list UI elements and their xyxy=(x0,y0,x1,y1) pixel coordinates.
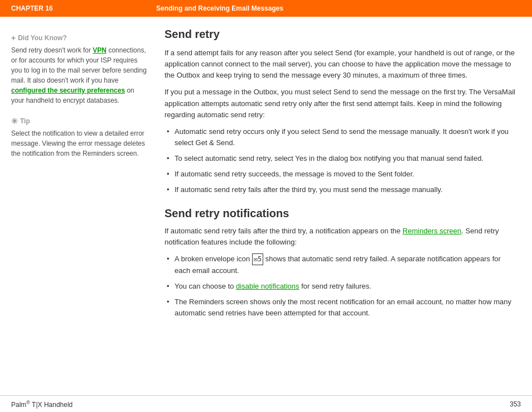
page-footer: Palm® T|X Handheld 353 xyxy=(0,395,532,412)
did-you-know-text: Send retry doesn't work for VPN connecti… xyxy=(11,45,148,106)
bullet-item: If automatic send retry succeeds, the me… xyxy=(165,169,515,180)
vpn-link[interactable]: VPN xyxy=(93,46,107,54)
send-retry-notif-p1: If automatic send retry fails after the … xyxy=(165,226,515,248)
tip-text: Select the notification to view a detail… xyxy=(11,128,148,159)
disable-notifications-link[interactable]: disable notifications xyxy=(236,282,299,290)
tip-heading: ✳ Tip xyxy=(11,117,148,126)
did-you-know-icon: + xyxy=(11,33,16,42)
did-you-know-section: + Did You Know? Send retry doesn't work … xyxy=(11,33,148,106)
main-content: + Did You Know? Send retry doesn't work … xyxy=(0,17,532,395)
configured-link[interactable]: configured the security preferences xyxy=(11,87,125,94)
footer-page-number: 353 xyxy=(510,400,521,408)
bullet-item: To select automatic send retry, select Y… xyxy=(165,153,515,164)
chapter-label: CHAPTER 16 xyxy=(11,4,156,12)
page-header: CHAPTER 16 Sending and Receiving Email M… xyxy=(0,0,532,17)
send-retry-title: Send retry xyxy=(165,28,515,41)
send-retry-p1: If a send attempt fails for any reason a… xyxy=(165,47,515,81)
footer-brand: Palm® T|X Handheld xyxy=(11,400,72,409)
did-you-know-heading: + Did You Know? xyxy=(11,33,148,42)
bullet-item: Automatic send retry occurs only if you … xyxy=(165,126,515,148)
send-retry-p2: If you put a message in the Outbox, you … xyxy=(165,87,515,120)
tip-icon: ✳ xyxy=(11,117,18,126)
content-area: Send retry If a send attempt fails for a… xyxy=(159,28,532,395)
send-retry-bullets: Automatic send retry occurs only if you … xyxy=(165,126,515,196)
chapter-title: Sending and Receiving Email Messages xyxy=(156,4,283,12)
bullet-item: If automatic send retry fails after the … xyxy=(165,184,515,195)
sidebar: + Did You Know? Send retry doesn't work … xyxy=(0,28,159,395)
bullet-item: You can choose to disable notifications … xyxy=(165,281,515,292)
send-retry-notif-title: Send retry notifications xyxy=(165,207,515,220)
send-retry-notif-bullets: A broken envelope icon ✉5 shows that aut… xyxy=(165,253,515,319)
reminders-screen-link[interactable]: Reminders screen xyxy=(403,227,462,235)
tip-section: ✳ Tip Select the notification to view a … xyxy=(11,117,148,159)
broken-envelope-icon: ✉5 xyxy=(252,253,263,265)
bullet-item: The Reminders screen shows only the most… xyxy=(165,296,515,319)
bullet-item: A broken envelope icon ✉5 shows that aut… xyxy=(165,253,515,276)
